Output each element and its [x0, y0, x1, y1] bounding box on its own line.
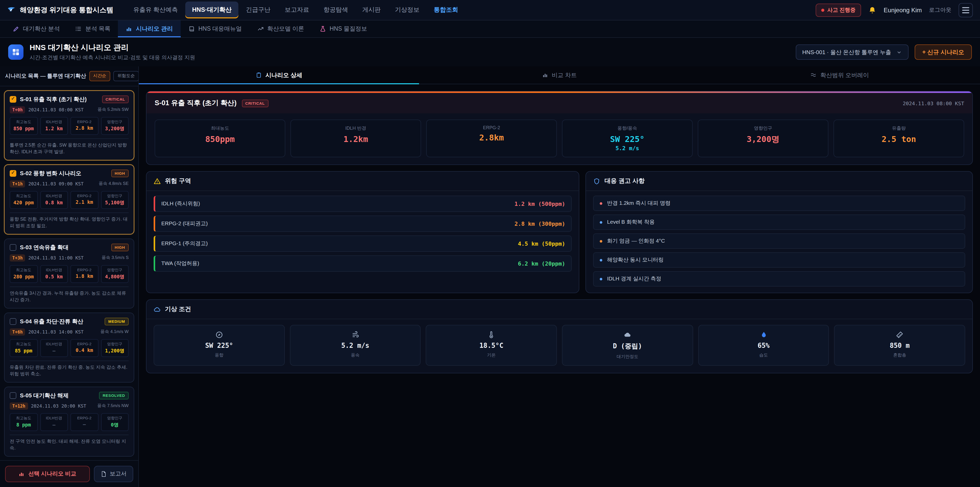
recommendation-item: Level B 화학복 착용: [593, 214, 965, 230]
scenario-description: 유출원 차단 완료. 잔류 증기 확산 중. 농도 지속 감소 추세. 위험 범…: [10, 361, 129, 378]
bell-icon[interactable]: [869, 6, 877, 14]
sort-by-time-button[interactable]: 시간순: [89, 71, 110, 81]
app-logo[interactable]: 해양환경 위기대응 통합시스템: [7, 5, 113, 14]
nav-item-rescue[interactable]: 긴급구난: [239, 2, 277, 18]
weather-panel-title: 기상 조건: [165, 305, 191, 314]
subtab-scenario-management[interactable]: 시나리오 관리: [118, 21, 180, 37]
scenario-title: S-03 연속유출 확대: [20, 244, 107, 251]
page-titles: HNS 대기확산 시나리오 관리 시간·조건별 대기확산 예측 시나리오 비교·…: [30, 43, 789, 61]
scenario-wind: 풍속 5.2m/s SW: [97, 107, 129, 113]
scenario-datetime: 2024.11.03 08:00 KST: [28, 107, 84, 112]
nav-item-air-search[interactable]: 항공탐색: [317, 2, 355, 18]
severity-badge: RESOLVED: [99, 392, 129, 400]
incident-select[interactable]: HNS-001 · 울산 온산항 톨루엔 누출: [795, 45, 908, 60]
pencil-icon: [13, 26, 19, 32]
page-grid-icon: [8, 45, 24, 60]
scenario-card-s04[interactable]: S-04 유출 차단·잔류 확산 MEDIUM T+6h 2024.11.03 …: [4, 313, 134, 383]
severity-badge: MEDIUM: [105, 318, 129, 326]
incident-status-badge[interactable]: 사고 진행중: [816, 3, 861, 17]
nav-item-reports[interactable]: 보고자료: [278, 2, 316, 18]
metric-cell: IDLH반경0.8 km: [40, 191, 68, 209]
metric-cell: ERPG-21.8 km: [70, 265, 98, 283]
thermometer-icon: [487, 331, 495, 339]
subtab-label: 대기확산 분석: [23, 25, 60, 33]
main-content: 시나리오 상세 비교 차트 확산범위 오버레이: [139, 66, 980, 487]
scenario-list-title: 시나리오 목록 — 톨루엔 대기확산: [5, 72, 86, 80]
recommendation-item: 반경 1.2km 즉시 대피 명령: [593, 196, 965, 211]
user-name[interactable]: Eunjeong Kim: [884, 6, 922, 14]
metric-cell: 최고농도420 ppm: [10, 191, 38, 209]
detail-metric-spill-amount: 유출량 2.5 ton: [834, 120, 964, 157]
tab-diffusion-overlay[interactable]: 확산범위 오버레이: [700, 66, 980, 84]
scenario-datetime: 2024.11.03 09:00 KST: [28, 181, 84, 187]
metric-cell: ERPG-22.1 km: [70, 191, 98, 209]
metric-cell: 영향인구4,800명: [101, 265, 129, 283]
hazard-rows: IDLH (즉시위험) 1.2 km (500ppm) ERPG-2 (대피권고…: [146, 191, 579, 278]
nav-item-hns-diffusion[interactable]: HNS·대기확산: [186, 2, 239, 18]
scenario-list-footer: 선택 시나리오 비교 보고서: [0, 460, 138, 487]
scenario-checkbox[interactable]: [10, 170, 16, 177]
subtab-analysis-list[interactable]: 분석 목록: [67, 21, 118, 37]
report-button[interactable]: 보고서: [94, 466, 133, 482]
document-icon: [100, 471, 107, 477]
scenario-card-s05[interactable]: S-05 대기확산 해제 RESOLVED T+12h 2024.11.03 2…: [4, 387, 134, 457]
scenario-card-s02[interactable]: S-02 풍향 변화 시나리오 HIGH T+1h 2024.11.03 09:…: [4, 164, 134, 235]
weather-panel: 기상 조건 SW 225° 풍향: [146, 299, 973, 374]
nav-item-board[interactable]: 게시판: [355, 2, 387, 18]
sort-by-risk-button[interactable]: 위험도순: [113, 71, 139, 81]
hamburger-menu-icon[interactable]: [959, 3, 973, 17]
scenario-title: S-01 유출 직후 (초기 확산): [20, 96, 99, 103]
hazard-row-erpg1: ERPG-1 (주의경고) 4.5 km (50ppm): [154, 235, 572, 252]
compare-scenarios-button[interactable]: 선택 시나리오 비교: [5, 466, 90, 482]
subtab-diffusion-analysis[interactable]: 대기확산 분석: [5, 21, 67, 37]
subtab-hns-substance-info[interactable]: HNS 물질정보: [312, 21, 375, 37]
time-offset-badge: T+1h: [10, 180, 25, 187]
scenario-checkbox[interactable]: [10, 244, 16, 251]
report-button-label: 보고서: [110, 470, 127, 477]
metric-cell: 영향인구3,200명: [101, 117, 129, 135]
shield-icon: [593, 177, 600, 185]
subtab-model-theory[interactable]: 확산모델 이론: [249, 21, 312, 37]
subtab-label: 시나리오 관리: [136, 25, 173, 33]
nav-item-weather[interactable]: 기상정보: [388, 2, 426, 18]
incident-select-value: HNS-001 · 울산 온산항 톨루엔 누출: [802, 48, 891, 56]
new-scenario-button[interactable]: + 신규 시나리오: [915, 45, 972, 60]
logout-button[interactable]: 로그아웃: [929, 6, 951, 14]
metric-cell: ERPG-20.4 km: [70, 339, 98, 357]
metric-cell: ERPG-22.8 km: [70, 117, 98, 135]
detail-title: S-01 유출 직후 (초기 확산): [155, 99, 237, 108]
clipboard-icon: [256, 72, 262, 78]
app-title: 해양환경 위기대응 통합시스템: [20, 5, 113, 14]
wing-logo-icon: [7, 6, 16, 14]
compare-chart-icon: [19, 471, 25, 477]
detail-metric-erpg2: ERPG-2 2.8km: [426, 120, 557, 157]
tab-compare-chart[interactable]: 비교 차트: [419, 66, 700, 84]
scenario-description: 풍향 SE 전환. 주거지역 방향 확산 확대. 영향인구 증가. 대피 범위 …: [10, 212, 129, 229]
scenario-title: S-02 풍향 변화 시나리오: [20, 169, 107, 177]
waves-icon: [811, 72, 817, 78]
scenario-datetime: 2024.11.03 20:00 KST: [31, 404, 86, 409]
nav-item-integrated-search[interactable]: 통합조회: [427, 2, 465, 18]
wind-icon: [352, 331, 359, 339]
scenario-card-s01[interactable]: S-01 유출 직후 (초기 확산) CRITICAL T+0h 2024.11…: [4, 90, 134, 160]
scenario-checkbox[interactable]: [10, 318, 16, 325]
scenario-card-s03[interactable]: S-03 연속유출 확대 HIGH T+3h 2024.11.03 11:00 …: [4, 238, 134, 308]
scenario-cards: S-01 유출 직후 (초기 확산) CRITICAL T+0h 2024.11…: [0, 86, 138, 460]
weather-card-wind-direction: SW 225° 풍향: [154, 325, 285, 366]
subtab-label: 확산모델 이론: [267, 25, 304, 33]
detail-panel: S-01 유출 직후 (초기 확산) CRITICAL 2024.11.03 0…: [146, 91, 973, 165]
cloud-icon: [624, 331, 632, 339]
tab-label: 비교 차트: [552, 71, 577, 79]
nav-item-oil-spill[interactable]: 유출유 확산예측: [127, 2, 185, 18]
book-icon: [188, 26, 195, 32]
weather-card-wind-speed: 5.2 m/s 풍속: [290, 325, 421, 366]
scenario-datetime: 2024.11.03 11:00 KST: [28, 255, 84, 260]
recommendation-item: IDLH 경계 실시간 측정: [593, 271, 965, 287]
subtab-hns-manual[interactable]: HNS 대응매뉴얼: [180, 21, 249, 37]
pulse-dot-icon: [821, 8, 824, 11]
tab-scenario-detail[interactable]: 시나리오 상세: [139, 66, 419, 84]
warning-icon: [154, 177, 161, 185]
scenario-checkbox[interactable]: [10, 393, 16, 399]
time-offset-badge: T+3h: [10, 254, 25, 262]
scenario-checkbox[interactable]: [10, 96, 16, 103]
